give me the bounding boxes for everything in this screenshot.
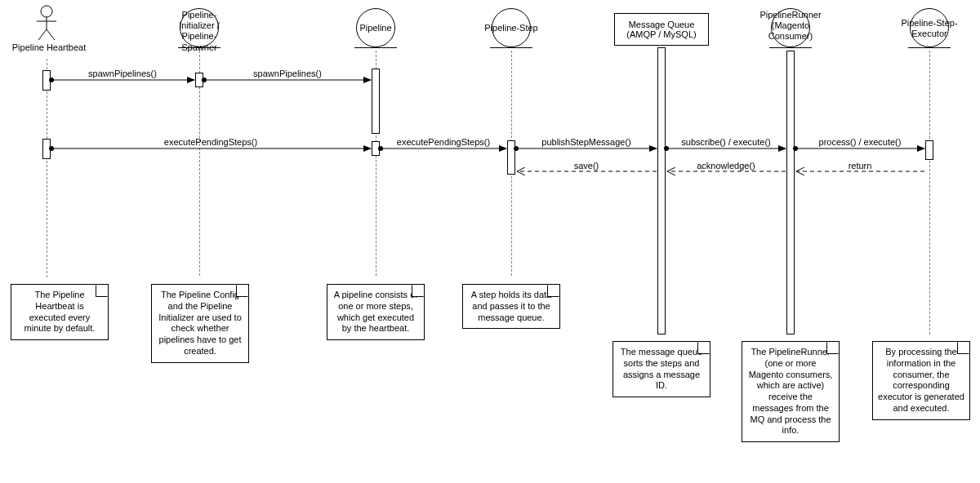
activation	[195, 73, 203, 87]
msg-label: acknowledge()	[697, 161, 755, 171]
svg-line-4	[47, 29, 55, 40]
msg-label: subscribe() / execute()	[681, 137, 770, 147]
note-pipeline: A pipeline consists of one or more steps…	[327, 284, 425, 340]
head-underline-pipeline	[354, 47, 397, 48]
participant-label-executor: Pipeline-Step- Executor	[897, 18, 962, 39]
msg-label: save()	[574, 161, 599, 171]
activation	[507, 140, 515, 175]
svg-line-3	[38, 29, 47, 40]
head-underline-executor	[908, 47, 951, 48]
activation	[786, 51, 795, 335]
activation	[372, 69, 380, 134]
participant-label-runner: PipelineRunner (Magento Consumer)	[755, 10, 826, 42]
head-mq: Message Queue (AMQP / MySQL)	[614, 13, 709, 46]
participant-label-initializer: Pipeline- Initializer / Pipeline- Spawne…	[162, 10, 237, 53]
note-initializer: The Pipeline Config and the Pipeline Ini…	[151, 284, 249, 363]
svg-point-0	[41, 6, 52, 17]
participant-label-mq: Message Queue (AMQP / MySQL)	[617, 20, 706, 39]
note-heartbeat: The Pipeline Heartbeat is executed every…	[11, 284, 109, 340]
activation	[657, 47, 666, 335]
note-runner: The PipelineRunner (one or more Magento …	[742, 341, 840, 442]
note-step: A step holds its data and passes it to t…	[462, 284, 560, 329]
lifeline-heartbeat	[47, 59, 47, 277]
head-underline-runner	[769, 47, 812, 48]
participant-label-pipeline: Pipeline	[351, 23, 400, 33]
activation	[42, 70, 51, 91]
sequence-diagram: Pipeline Heartbeat Pipeline- Initializer…	[0, 0, 980, 483]
actor-heartbeat	[34, 5, 59, 42]
msg-label: spawnPipelines()	[88, 69, 157, 78]
msg-label: process() / execute()	[819, 137, 902, 147]
lifeline-executor	[929, 51, 930, 335]
activation	[42, 139, 51, 159]
msg-label: executePendingSteps()	[397, 137, 490, 147]
msg-label: spawnPipelines()	[253, 69, 322, 78]
msg-label: publishStepMessage()	[541, 137, 630, 147]
activation	[372, 141, 380, 156]
note-mq: The message queue sorts the steps and as…	[612, 341, 710, 397]
note-executor: By processing the information in the con…	[872, 341, 970, 420]
participant-label-step: Pipeline-Step	[483, 23, 540, 33]
participant-label-heartbeat: Pipeline Heartbeat	[8, 42, 90, 53]
head-underline-step	[490, 47, 532, 48]
activation	[925, 140, 933, 160]
msg-label: return	[849, 161, 872, 171]
msg-label: executePendingSteps()	[164, 137, 257, 147]
